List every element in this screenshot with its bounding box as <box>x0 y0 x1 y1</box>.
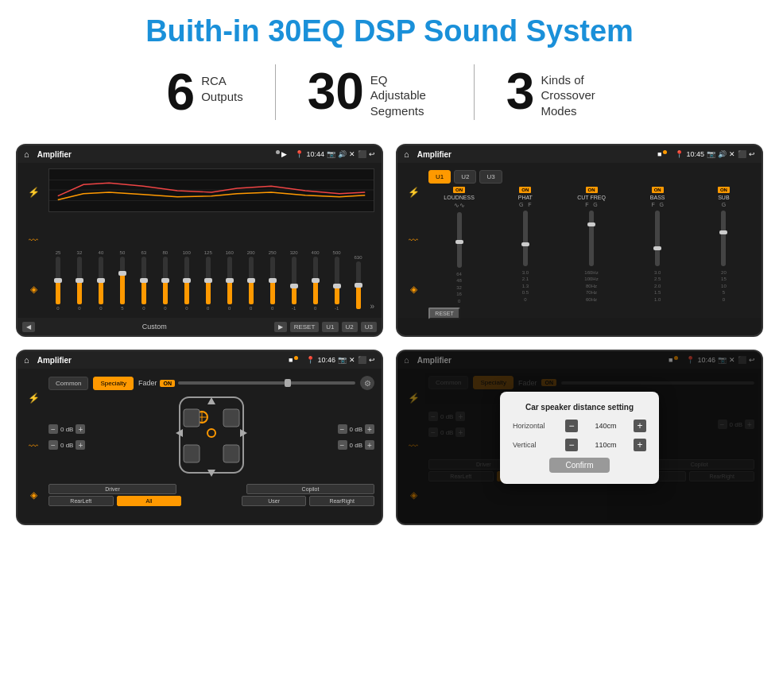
horizontal-plus-btn[interactable]: + <box>634 420 646 432</box>
right-bottom-minus[interactable]: − <box>338 440 347 450</box>
wave-icon-3[interactable]: 〰 <box>29 442 38 451</box>
eq-sliders-area: 25 0 32 0 <box>48 215 374 312</box>
eq-main-area: 25 0 32 0 <box>45 167 378 314</box>
bass-label: BASS <box>650 195 665 200</box>
screen-fader-content: ⚡ 〰 ◈ Common Specialty Fader ON <box>17 369 382 524</box>
back-icon-3[interactable]: ↩ <box>369 356 375 364</box>
eq-graph <box>48 168 374 212</box>
fader-center-space <box>180 484 243 494</box>
screen-crossover-content: ⚡ 〰 ◈ U1 U2 U3 ON LOUDNESS ∿∿ <box>397 163 762 318</box>
eq-slider-400: 400 0 <box>306 250 325 311</box>
home-icon[interactable]: ⌂ <box>24 149 29 159</box>
eq-next-button[interactable]: ▶ <box>274 322 287 332</box>
location-icon-3: 📍 <box>306 356 315 364</box>
settings-icon[interactable]: ⚙ <box>360 376 374 390</box>
crossover-reset-button[interactable]: RESET <box>428 307 460 319</box>
sub-slider[interactable] <box>721 211 726 266</box>
stats-row: 6 RCA Outputs 30 EQ Adjustable Segments … <box>0 56 779 136</box>
eq-slider-100: 100 0 <box>177 250 196 311</box>
vertical-plus-btn[interactable]: + <box>634 439 646 451</box>
camera-icon-3: 📷 <box>338 356 347 364</box>
left-bottom-db: − 0 dB + <box>48 440 85 450</box>
wave-icon[interactable]: 〰 <box>29 236 38 246</box>
eq-icon[interactable]: ⚡ <box>28 188 40 197</box>
fader-common-btn[interactable]: Common <box>48 377 88 390</box>
fader-slider-h[interactable] <box>178 381 355 385</box>
crossover-u2-btn[interactable]: U2 <box>454 170 476 184</box>
eq-slider-250: 250 0 <box>263 250 282 311</box>
eq-icon-3[interactable]: ⚡ <box>28 393 40 403</box>
loudness-on-badge[interactable]: ON <box>453 187 465 193</box>
home-icon-2[interactable]: ⌂ <box>404 149 409 159</box>
horizontal-minus-btn[interactable]: − <box>565 420 578 432</box>
vertical-minus-btn[interactable]: − <box>565 439 578 451</box>
back-icon-2[interactable]: ↩ <box>749 150 755 158</box>
fader-user-btn[interactable]: User <box>242 496 307 506</box>
location-icon-2: 📍 <box>675 150 684 158</box>
phat-on-badge[interactable]: ON <box>519 187 531 193</box>
bass-on-badge[interactable]: ON <box>652 187 664 193</box>
left-top-db: − 0 dB + <box>48 424 85 434</box>
left-top-plus[interactable]: + <box>76 424 85 434</box>
scroll-right-icon[interactable]: » <box>370 302 375 311</box>
crossover-u1-btn[interactable]: U1 <box>428 170 451 184</box>
left-bottom-plus[interactable]: + <box>76 440 85 450</box>
fader-all-btn[interactable]: All <box>117 496 182 506</box>
sub-on-badge[interactable]: ON <box>718 187 730 193</box>
bass-slider[interactable] <box>655 211 660 266</box>
fader-driver-btn[interactable]: Driver <box>48 484 176 494</box>
left-top-minus[interactable]: − <box>48 424 58 434</box>
svg-rect-10 <box>223 445 239 462</box>
screen-crossover: ⌂ Amplifier ■ 📍 10:45 📷 🔊 ✕ ⬛ ↩ ⚡ 〰 ◈ <box>396 144 763 337</box>
horizontal-label: Horizontal <box>513 422 560 430</box>
screen-eq-time: 10:44 <box>306 150 324 158</box>
fader-rearright-btn[interactable]: RearRight <box>309 496 374 506</box>
fader-copilot-btn[interactable]: Copilot <box>246 484 374 494</box>
crossover-u3-btn[interactable]: U3 <box>479 170 502 184</box>
screen-fader-app-name: Amplifier <box>34 356 284 365</box>
eq-u2-button[interactable]: U2 <box>342 322 358 332</box>
right-top-minus[interactable]: − <box>338 424 347 434</box>
fader-label: Fader <box>138 379 157 387</box>
speaker-icon-2[interactable]: ◈ <box>410 284 417 294</box>
eq-icon-2[interactable]: ⚡ <box>408 188 420 197</box>
dialog-overlay: Car speaker distance setting Horizontal … <box>397 351 762 524</box>
eq-prev-button[interactable]: ◀ <box>22 322 35 332</box>
stat-crossover-text: Kinds of Crossover Modes <box>541 66 612 119</box>
right-top-value: 0 dB <box>350 426 362 433</box>
eq-u3-button[interactable]: U3 <box>361 322 377 332</box>
eq-u1-button[interactable]: U1 <box>322 322 338 332</box>
location-icon: 📍 <box>295 150 304 158</box>
crossover-channels: ON LOUDNESS ∿∿ 644832160 ON PHAT G F <box>428 187 754 304</box>
speaker-icon-3[interactable]: ◈ <box>30 490 37 500</box>
speaker-icon[interactable]: ◈ <box>30 284 37 294</box>
screen-fader-dialog: ⌂ Amplifier ■ 📍 10:46 📷 ✕ ⬛ ↩ ⚡ 〰 ◈ <box>396 350 763 525</box>
left-bottom-minus[interactable]: − <box>48 440 58 450</box>
screen-crossover-status-bar: ⌂ Amplifier ■ 📍 10:45 📷 🔊 ✕ ⬛ ↩ <box>397 145 762 163</box>
eq-slider-320: 320 -1 <box>285 250 304 311</box>
back-icon[interactable]: ↩ <box>369 150 375 158</box>
eq-slider-25: 25 0 <box>48 250 68 311</box>
fader-rearleft-btn[interactable]: RearLeft <box>48 496 114 506</box>
phat-slider[interactable] <box>523 211 528 266</box>
cutfreq-slider[interactable] <box>589 211 594 266</box>
right-top-plus[interactable]: + <box>365 424 374 434</box>
vertical-value: 110cm <box>581 441 630 449</box>
wave-icon-2[interactable]: 〰 <box>409 236 418 246</box>
home-icon-3[interactable]: ⌂ <box>24 355 29 365</box>
dialog-vertical-row: Vertical − 110cm + <box>513 439 646 451</box>
loudness-slider[interactable] <box>457 212 462 268</box>
eq-reset-button[interactable]: RESET <box>290 322 320 332</box>
stat-eq-number: 30 <box>308 66 364 117</box>
eq-slider-50: 50 5 <box>113 250 132 311</box>
fader-on-btn[interactable]: ON <box>160 380 175 387</box>
crossover-main: U1 U2 U3 ON LOUDNESS ∿∿ 644832160 <box>425 167 758 314</box>
right-bottom-plus[interactable]: + <box>365 440 374 450</box>
fader-specialty-btn[interactable]: Specialty <box>93 377 133 390</box>
cutfreq-on-badge[interactable]: ON <box>586 187 598 193</box>
confirm-button[interactable]: Confirm <box>549 458 609 473</box>
sub-label: SUB <box>718 195 729 200</box>
volume-icon: 🔊 <box>338 150 347 158</box>
left-bottom-value: 0 dB <box>60 442 73 449</box>
car-diagram <box>172 393 251 481</box>
